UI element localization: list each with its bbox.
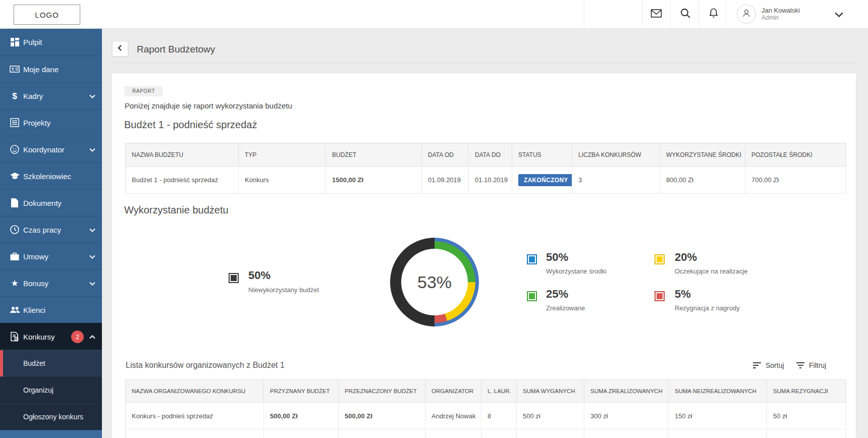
cell-type: Konkurs [239,167,326,194]
sort-button[interactable]: Sortuj [753,360,784,370]
column-header: NAZWA BUDŻETU [126,143,239,167]
legend-percent: 50% [546,251,568,264]
active-item-marker [0,350,3,376]
legend-swatch-yellow [655,254,665,264]
user-menu-button[interactable] [834,10,844,22]
budget-table-header-row: NAZWA BUDŻETU TYP BUDŻET DATA OD DATA DO… [126,143,846,167]
table-row-partial [126,429,846,438]
legend-label: Zrealizowane [546,304,585,312]
chevron-down-icon [89,93,96,102]
chevron-left-icon [117,44,124,53]
sidebar-item-label: Koordynator [23,145,65,154]
document-icon [6,198,23,208]
cell-laureates: 8 [481,403,517,429]
briefcase-icon [6,251,23,261]
column-header: SUMA NEIZREALIZOWANYCH [669,380,767,403]
budget-table: NAZWA BUDŻETU TYP BUDŻET DATA OD DATA DO… [125,143,846,194]
filter-button[interactable]: Filtruj [796,360,826,370]
cell-allocated-budget: 500,00 Zł [339,403,425,429]
cell-date-from: 01.09.2019 [422,167,469,194]
sort-icon [753,362,761,368]
back-button[interactable] [112,41,128,57]
sidebar-item-szkoleniowiec[interactable]: Szkoleniowiec [0,162,102,189]
mail-icon [650,7,663,22]
legend-label: Rezygnacja z nagrody [675,304,740,312]
column-header: SUMA REZYGNACJI [767,380,846,403]
column-header: LICZBA KONKURSÓW [572,143,660,167]
face-icon [6,144,23,154]
legend-swatch-green [527,291,537,301]
user-avatar[interactable] [737,5,756,24]
star-icon: ★ [6,279,23,288]
graduation-cap-icon [6,171,23,182]
sidebar-item-koordynator[interactable]: Koordynator [0,136,102,162]
column-header: PRZYZNANY BUDŻET [264,380,339,403]
sidebar-item-konkursy[interactable]: Konkursy 2 [0,323,102,350]
sidebar-item-umowy[interactable]: Umowy [0,243,102,269]
column-header: DATA OD [422,143,469,167]
header-divider [112,63,856,63]
chevron-down-icon [89,280,96,289]
sidebar-item-klienci[interactable]: Klienci [0,296,102,323]
cell-sum-resigned: 50 zł [767,403,846,429]
legend-percent: 20% [675,251,697,264]
report-intro-text: Poniżej znajduje się raport wykorzystani… [125,101,292,110]
dollar-icon: $ [6,92,23,100]
column-header: STATUS [512,143,572,167]
page-title: Raport Budżetowy [137,44,215,55]
column-header: TYP [239,143,326,167]
column-header: WYKORZYSTANE ŚRODKI [660,143,745,167]
sidebar-item-kadry[interactable]: $ Kadry [0,82,102,109]
column-header: DATA DO [469,143,512,167]
mail-button[interactable] [642,0,670,28]
sidebar-item-dokumenty[interactable]: Dokumenty [0,189,102,216]
sidebar-item-label: Moje dane [23,65,59,74]
notifications-button[interactable] [699,0,727,28]
sidebar-subitem-label: Organizuj [23,386,53,394]
topbar-divider [584,0,584,28]
filter-label: Filtruj [809,361,826,369]
cell-contest-name: Konkurs - podnieś sprzedaż [126,403,264,429]
chevron-down-icon [89,253,96,262]
sidebar-item-label: Bonusy [23,279,48,288]
dashboard-icon [6,37,23,47]
sidebar-subitem-label: Budżet [23,359,45,367]
cell-contest-count: 3 [572,167,660,194]
column-header: ORGANIZATOR [425,380,481,403]
sidebar-item-projekty[interactable]: Projekty [0,109,102,136]
top-bar: LOGO Jan Kowalski Admin [0,0,868,29]
person-icon [741,8,752,21]
cell-organizer: Andrzej Nowak [425,403,481,429]
sidebar-subitem-budzet[interactable]: Budżet [0,350,102,376]
cell-status: ZAKOŃCZONY [512,167,572,194]
sidebar-item-pulpit[interactable]: Pulpit [0,29,102,56]
cell-budget-amount: 1500,00 Zł [326,167,422,194]
search-button[interactable] [671,0,699,28]
sidebar-subitem-label: Ogłoszony konkurs [23,413,83,421]
sidebar-subitem-organizuj[interactable]: Organizuj [0,376,102,403]
sidebar-item-bonusy[interactable]: ★ Bonusy [0,269,102,296]
bell-icon [708,7,720,21]
filter-icon [796,362,804,368]
cell-date-to: 01.10.2019 [469,167,512,194]
cell-granted-budget: 500,00 Zł [264,403,339,429]
list-icon [6,118,23,128]
table-row: Budżet 1 - podnieść sprzedaż Konkurs 150… [126,167,846,194]
sidebar-item-czas-pracy[interactable]: Czas pracy [0,216,102,243]
column-header: POZOSTAŁE ŚRODKI [745,143,846,167]
contest-list-heading: Lista konkursów organizowanych z Budżet … [126,361,285,370]
sidebar-item-moje-dane[interactable]: Moje dane [0,56,102,82]
column-header: PRZEZNACZONY BUDŻET [339,380,425,403]
contest-doc-icon [6,332,23,342]
legend-percent: 25% [546,288,568,301]
sidebar-subitem-ogloszony-konkurs[interactable]: Ogłoszony konkurs [0,403,102,430]
column-header: NAZWA ORGANIZOWANEGO KONKURSU [126,380,264,403]
column-header: BUDŻET [326,143,422,167]
legend-swatch-black [229,273,239,283]
chevron-down-icon [89,227,96,236]
app-logo[interactable]: LOGO [14,5,80,25]
usage-heading: Wykorzystanie budżetu [124,204,229,216]
notification-badge: 2 [71,331,84,343]
sidebar-item-label: Konkursy [23,333,55,341]
search-icon [679,7,691,21]
